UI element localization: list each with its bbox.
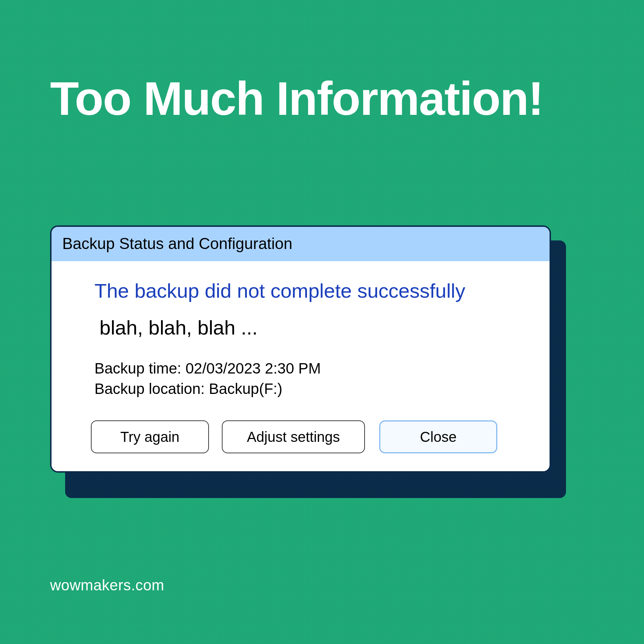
- dialog-titlebar: Backup Status and Configuration: [52, 227, 550, 261]
- dialog-extra-text: blah, blah, blah ...: [99, 316, 525, 339]
- backup-status-dialog: Backup Status and Configuration The back…: [50, 225, 551, 473]
- dialog-error-message: The backup did not complete successfully: [94, 279, 525, 302]
- dialog-body: The backup did not complete successfully…: [52, 261, 550, 471]
- try-again-button[interactable]: Try again: [91, 420, 209, 453]
- dialog-wrapper: Backup Status and Configuration The back…: [50, 225, 551, 473]
- dialog-backup-time: Backup time: 02/03/2023 2:30 PM: [94, 358, 525, 379]
- dialog-title: Backup Status and Configuration: [62, 235, 292, 252]
- close-button[interactable]: Close: [379, 420, 497, 453]
- dialog-backup-location: Backup location: Backup(F:): [94, 379, 525, 399]
- dialog-button-row: Try again Adjust settings Close: [91, 420, 525, 453]
- page-headline: Too Much Information!: [50, 72, 543, 126]
- footer-brand: wowmakers.com: [50, 577, 164, 594]
- adjust-settings-button[interactable]: Adjust settings: [222, 420, 365, 453]
